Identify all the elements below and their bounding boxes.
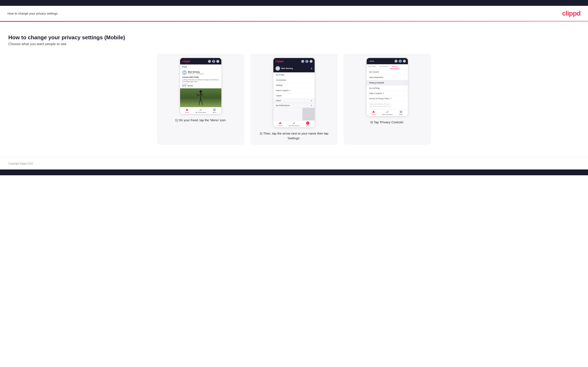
step-3-card: ‹ Back 🔍 👤 ⚙ My Profile Connections Sett… <box>344 54 431 145</box>
phone-1-navbar: clippd 🔍 👤 ⚙ <box>180 58 221 65</box>
step-1-phone: clippd 🔍 👤 ⚙ Feed BM Blair McHarg <box>180 58 222 114</box>
step-3-phone: ‹ Back 🔍 👤 ⚙ My Profile Connections Sett… <box>366 58 408 116</box>
footer: Copyright Clippd 2022 <box>0 157 588 169</box>
feed-user-info: Blair McHarg Yesterday · Sunningdale <box>188 71 219 75</box>
nav-home: Home <box>180 108 194 113</box>
chevron-down-icon-2: ∨ <box>311 104 312 107</box>
step-1-card: clippd 🔍 👤 ⚙ Feed BM Blair McHarg <box>157 54 244 145</box>
search-icon-3: 🔍 <box>395 60 398 63</box>
home-icon-3 <box>372 110 375 113</box>
settings-item-my-account[interactable]: My Account › <box>367 69 408 75</box>
main-content: How to change your privacy settings (Mob… <box>0 28 588 157</box>
feed-duration-label: Duration <box>182 83 219 85</box>
settings-item-help-support[interactable]: Help & Support ↗ <box>367 91 408 96</box>
logo: clippd <box>562 9 580 17</box>
settings-icon-2: ⚙ <box>310 60 312 63</box>
back-button[interactable]: ‹ Back <box>369 60 374 62</box>
feed-duration-val: 01 hr : 30 min <box>182 85 219 87</box>
chevron-right-icon: › <box>405 71 405 73</box>
user-icon: 👤 <box>212 60 215 63</box>
svg-line-5 <box>199 99 201 103</box>
menu-item-connections[interactable]: Connections <box>273 78 315 83</box>
menu-user-row: BM Blair McHarg ∧ <box>273 65 315 72</box>
phone-1-icons: 🔍 👤 ⚙ <box>208 60 219 63</box>
header-divider <box>0 21 588 22</box>
user-icon-2: 👤 <box>305 60 308 63</box>
tab-connections[interactable]: Connections <box>378 64 390 69</box>
page-heading: How to change your privacy settings (Mob… <box>8 34 580 41</box>
menu-section-home[interactable]: Home ∨ <box>273 98 315 103</box>
performance-icon <box>199 108 202 111</box>
feed-date: Yesterday · Sunningdale <box>188 73 219 75</box>
svg-line-8 <box>202 103 203 105</box>
phone-1-bottom-nav: Home My Performance Menu <box>180 107 221 114</box>
svg-line-6 <box>199 103 199 105</box>
step-2-description: 2) Then, tap the arrow next to your name… <box>254 131 334 141</box>
menu-avatar: BM <box>276 66 280 71</box>
nav-performance-2: My Performance <box>287 122 301 126</box>
step-2-card: clippd 🔍 👤 ⚙ BM Blair McHarg ∧ <box>250 54 338 145</box>
svg-line-2 <box>198 94 201 96</box>
phone-2-bottom-nav: Home My Performance ✕ Menu <box>273 120 315 127</box>
settings-item-service-privacy[interactable]: Service & Privacy Policy ↗ <box>367 96 408 101</box>
tab-my-profile[interactable]: My Profile <box>367 64 378 69</box>
bottom-decorative-bar <box>0 169 588 175</box>
performance-icon-3 <box>386 110 389 113</box>
page-subheading: Choose what you want people to see <box>8 42 580 46</box>
settings-item-privacy-controls[interactable]: Privacy Controls › <box>367 80 408 85</box>
menu-item-my-profile[interactable]: My Profile <box>273 72 315 78</box>
chevron-right-icon-4: › <box>405 87 405 89</box>
tab-settings[interactable]: Settings <box>390 64 399 69</box>
svg-point-0 <box>199 90 202 93</box>
steps-row: clippd 🔍 👤 ⚙ Feed BM Blair McHarg <box>8 54 580 145</box>
x-button: ✕ <box>306 121 309 125</box>
phone-1-logo: clippd <box>182 60 190 63</box>
svg-line-4 <box>201 94 203 95</box>
settings-tabs: My Profile Connections Settings <box>367 64 408 69</box>
feed-username: Blair McHarg <box>188 71 219 73</box>
feed-post-desc: Looking to feel like my hands are exitin… <box>182 79 219 83</box>
search-icon-2: 🔍 <box>301 60 304 63</box>
phone-3-bottom-nav: Home My Performance Menu <box>367 109 408 116</box>
settings-item-my-golf-bag[interactable]: My Golf Bag › <box>367 85 408 91</box>
settings-item-data-integrations[interactable]: Data Integrations › <box>367 75 408 80</box>
nav-menu-3[interactable]: Menu <box>394 110 408 115</box>
top-decorative-bar <box>0 0 588 6</box>
menu-user-left: BM Blair McHarg <box>276 66 293 71</box>
phone-2-icons: 🔍 👤 ⚙ <box>301 60 312 63</box>
nav-performance: My Performance <box>194 108 208 113</box>
chevron-right-icon-2: › <box>405 76 405 78</box>
phone-2-navbar: clippd 🔍 👤 ⚙ <box>273 58 315 65</box>
header-title: How to change your privacy settings <box>8 12 58 15</box>
menu-dropdown: My Profile Connections Settings Help & S… <box>273 72 315 98</box>
svg-line-3 <box>197 93 198 96</box>
feed-post-title: Lesson with Fordy <box>182 76 219 78</box>
home-icon-2 <box>279 122 282 125</box>
nav-menu-close[interactable]: ✕ Menu <box>301 122 315 126</box>
footer-copyright: Copyright Clippd 2022 <box>8 162 33 165</box>
settings-list: My Account › Data Integrations › Privacy… <box>367 69 408 101</box>
phone-2-logo: clippd <box>276 60 283 63</box>
menu-icon-3 <box>399 110 403 113</box>
settings-icon: ⚙ <box>216 60 219 63</box>
home-icon <box>185 108 189 111</box>
settings-icon-3: ⚙ <box>403 60 406 63</box>
feed-post: BM Blair McHarg Yesterday · Sunningdale … <box>180 69 221 88</box>
feed-user-row: BM Blair McHarg Yesterday · Sunningdale <box>182 70 219 75</box>
nav-home-2: Home <box>273 122 287 126</box>
close-icon: ✕ <box>306 122 309 125</box>
menu-item-logout[interactable]: Logout <box>273 93 315 98</box>
performance-icon-2 <box>292 122 296 125</box>
nav-performance-3: My Performance <box>380 110 394 115</box>
header: How to change your privacy settings clip… <box>0 6 588 21</box>
feed-avatar: BM <box>182 70 187 75</box>
menu-item-settings[interactable]: Settings <box>273 83 315 88</box>
settings-version: Clippd Client Version: 2022.8.3-3GQL Ser… <box>367 101 408 109</box>
menu-section-performance[interactable]: My Performance ∨ <box>273 103 315 108</box>
nav-menu[interactable]: Menu <box>208 108 221 113</box>
menu-item-help-support[interactable]: Help & Support ↗ <box>273 88 315 93</box>
menu-user-name: Blair McHarg <box>281 67 293 69</box>
menu-icon <box>213 108 216 111</box>
chevron-down-icon: ∨ <box>311 100 312 102</box>
phone-3-icons: 🔍 👤 ⚙ <box>395 60 406 63</box>
